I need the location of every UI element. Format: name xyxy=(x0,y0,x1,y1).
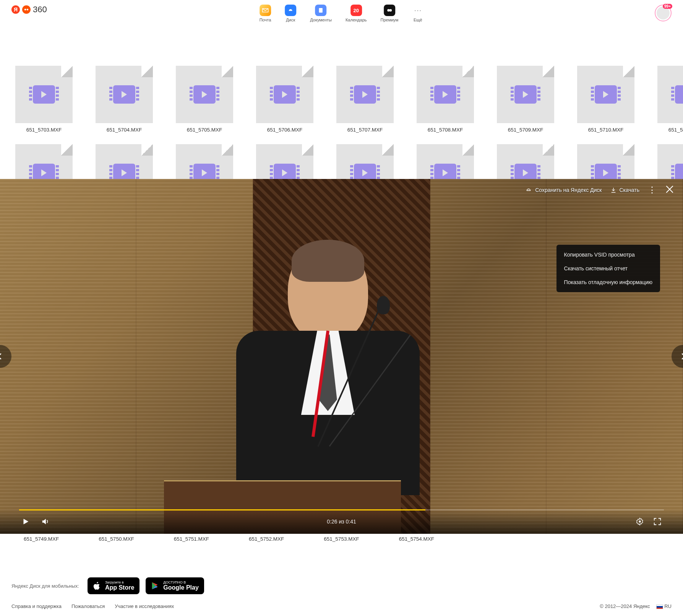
download-icon xyxy=(610,187,616,193)
prev-arrow[interactable] xyxy=(0,345,11,368)
video-file-icon xyxy=(497,66,554,123)
menu-copy-vsid[interactable]: Копировать VSID просмотра xyxy=(556,248,660,262)
footer-links: Справка и поддержка Пожаловаться Участие… xyxy=(11,603,672,609)
service-premium[interactable]: Премиум xyxy=(380,5,398,22)
play-button[interactable] xyxy=(21,517,30,526)
service-calendar[interactable]: 20 Календарь xyxy=(346,5,367,22)
next-arrow[interactable] xyxy=(672,345,683,368)
file-item[interactable]: 651_5707.MXF xyxy=(336,66,394,133)
yandex-y-icon: Я xyxy=(11,5,20,14)
more-options-button[interactable]: ⋮ xyxy=(648,187,656,192)
video-file-icon xyxy=(657,66,683,123)
file-name: 651_5705.MXF xyxy=(187,127,222,133)
app-header: Я 360 Почта Диск Документы 20 Календарь … xyxy=(0,0,683,28)
file-name: 651_5749.MXF xyxy=(15,536,67,542)
mail-icon xyxy=(260,5,271,16)
file-name: 651_5752.MXF xyxy=(240,536,292,542)
close-button[interactable] xyxy=(665,184,675,196)
svg-point-0 xyxy=(24,9,26,11)
file-item[interactable]: 651_5703.MXF xyxy=(15,66,73,133)
more-icon: ⋯ xyxy=(412,5,423,16)
services-nav: Почта Диск Документы 20 Календарь Премиу… xyxy=(260,5,424,22)
service-disk[interactable]: Диск xyxy=(285,5,296,22)
calendar-icon: 20 xyxy=(350,5,362,16)
documents-icon xyxy=(315,5,327,16)
file-item[interactable]: 651_5711.MXF xyxy=(657,66,683,133)
file-name: 651_5711.MXF xyxy=(668,127,683,133)
notification-badge: 99+ xyxy=(663,4,672,9)
footer-right: © 2012—2024 Яндекс RU xyxy=(600,603,672,609)
appstore-button[interactable]: Загрузите в App Store xyxy=(88,577,140,594)
service-documents[interactable]: Документы xyxy=(310,5,332,22)
file-name: 651_5709.MXF xyxy=(508,127,543,133)
link-help[interactable]: Справка и поддержка xyxy=(11,603,62,609)
link-report[interactable]: Пожаловаться xyxy=(71,603,105,609)
time-display: 0:26 из 0:41 xyxy=(327,518,356,525)
settings-button[interactable] xyxy=(636,517,644,526)
user-avatar[interactable]: 99+ xyxy=(655,5,672,21)
video-file-icon xyxy=(15,66,73,123)
copyright: © 2012—2024 Яндекс xyxy=(600,603,650,609)
video-file-icon xyxy=(256,66,313,123)
video-preview-overlay: Сохранить на Яндекс Диск Скачать ⋮ Копир… xyxy=(0,179,683,534)
mobile-apps-row: Яндекс Диск для мобильных: Загрузите в A… xyxy=(11,577,672,594)
logo-360-icon xyxy=(22,5,31,14)
menu-show-debug[interactable]: Показать отладочную информацию xyxy=(556,275,660,289)
file-item[interactable]: 651_5708.MXF xyxy=(417,66,474,133)
link-research[interactable]: Участие в исследованиях xyxy=(115,603,174,609)
svg-point-5 xyxy=(639,520,641,523)
file-name: 651_5710.MXF xyxy=(588,127,623,133)
page-footer: Яндекс Диск для мобильных: Загрузите в A… xyxy=(0,570,683,616)
player-bar: 0:26 из 0:41 xyxy=(0,509,683,534)
file-name: 651_5707.MXF xyxy=(347,127,383,133)
overlay-top-actions: Сохранить на Яндекс Диск Скачать ⋮ xyxy=(525,184,675,196)
video-file-icon xyxy=(336,66,394,123)
googleplay-button[interactable]: ДОСТУПНО В Google Play xyxy=(146,577,204,594)
file-name: 651_5706.MXF xyxy=(267,127,302,133)
volume-button[interactable] xyxy=(41,517,50,526)
disk-save-icon xyxy=(525,187,532,193)
file-item[interactable]: 651_5706.MXF xyxy=(256,66,313,133)
lang-switch[interactable]: RU xyxy=(656,603,672,609)
google-play-icon xyxy=(151,581,159,590)
file-name: 651_5750.MXF xyxy=(90,536,142,542)
video-file-icon xyxy=(417,66,474,123)
service-more[interactable]: ⋯ Ещё xyxy=(412,5,423,22)
premium-icon xyxy=(384,5,395,16)
flag-ru-icon xyxy=(656,605,663,609)
debug-context-menu: Копировать VSID просмотра Скачать систем… xyxy=(556,245,660,292)
svg-point-4 xyxy=(389,9,392,12)
file-name: 651_5751.MXF xyxy=(165,536,217,542)
file-grid-row2-names: 651_5749.MXF651_5750.MXF651_5751.MXF651_… xyxy=(0,536,683,542)
save-to-disk-button[interactable]: Сохранить на Яндекс Диск xyxy=(525,187,602,193)
svg-rect-2 xyxy=(319,8,323,13)
disk-icon xyxy=(285,5,296,16)
svg-point-1 xyxy=(27,9,29,11)
video-file-icon xyxy=(96,66,153,123)
service-mail[interactable]: Почта xyxy=(260,5,271,22)
menu-download-report[interactable]: Скачать системный отчет xyxy=(556,262,660,275)
mobile-label: Яндекс Диск для мобильных: xyxy=(11,583,79,589)
file-name: 651_5753.MXF xyxy=(315,536,367,542)
download-button[interactable]: Скачать xyxy=(610,187,640,193)
video-content[interactable]: Сохранить на Яндекс Диск Скачать ⋮ Копир… xyxy=(0,179,683,534)
video-file-icon xyxy=(176,66,233,123)
fullscreen-button[interactable] xyxy=(653,517,662,526)
file-name: 651_5708.MXF xyxy=(428,127,463,133)
logo-text: 360 xyxy=(33,5,47,15)
video-file-icon xyxy=(577,66,634,123)
file-name: 651_5754.MXF xyxy=(391,536,443,542)
file-item[interactable]: 651_5709.MXF xyxy=(497,66,554,133)
file-item[interactable]: 651_5710.MXF xyxy=(577,66,634,133)
file-item[interactable]: 651_5704.MXF xyxy=(96,66,153,133)
file-name: 651_5703.MXF xyxy=(26,127,62,133)
progress-fill xyxy=(19,509,425,510)
apple-icon xyxy=(93,581,101,591)
header-right: 99+ xyxy=(655,5,672,21)
file-item[interactable]: 651_5705.MXF xyxy=(176,66,233,133)
file-name: 651_5704.MXF xyxy=(107,127,142,133)
logo-block[interactable]: Я 360 xyxy=(11,5,47,15)
